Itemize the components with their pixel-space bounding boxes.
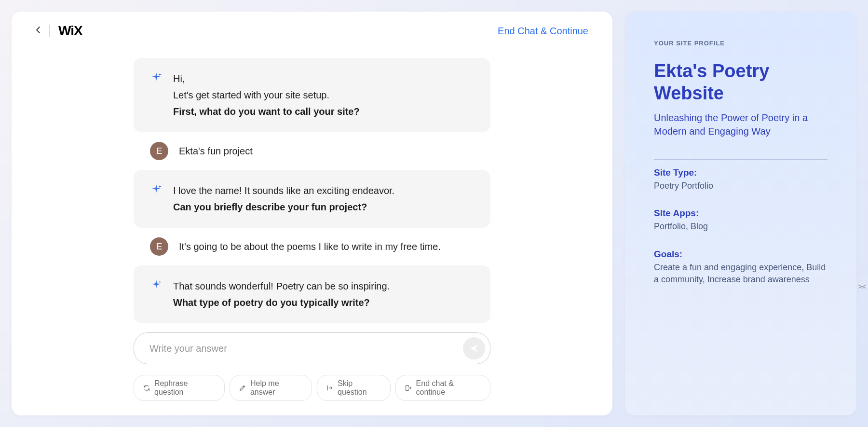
ai-message: Hi, Let's get started with your site set… — [134, 58, 490, 132]
profile-details-list: Site Type: Poetry Portfolio Site Apps: P… — [654, 159, 827, 293]
profile-item-value: Create a fun and engaging experience, Bu… — [654, 262, 827, 286]
send-button[interactable] — [463, 337, 485, 359]
rephrase-button[interactable]: Rephrase question — [134, 375, 225, 401]
input-section: Rephrase question Help me answer Skip qu… — [134, 332, 490, 415]
chevron-left-icon — [36, 26, 41, 34]
ai-line: Let's get started with your site setup. — [173, 87, 474, 103]
profile-title: Ekta's Poetry Website — [654, 60, 827, 104]
ai-line: That sounds wonderful! Poetry can be so … — [173, 278, 474, 294]
ai-message-text: I love the name! It sounds like an excit… — [173, 182, 474, 215]
send-icon — [469, 344, 479, 353]
profile-item-label: Goals: — [654, 249, 827, 260]
end-chat-button[interactable]: End chat & continue — [395, 375, 490, 401]
ai-line-bold: What type of poetry do you typically wri… — [173, 294, 474, 311]
ai-message-text: That sounds wonderful! Poetry can be so … — [173, 278, 474, 311]
ai-message: I love the name! It sounds like an excit… — [134, 170, 490, 228]
sparkle-icon — [150, 279, 163, 293]
user-avatar: E — [150, 142, 168, 160]
user-message: E Ekta's fun project — [134, 142, 490, 160]
user-message-text: It's going to be about the poems I like … — [179, 241, 441, 252]
ai-line-bold: First, what do you want to call your sit… — [173, 103, 474, 120]
back-button[interactable] — [36, 26, 41, 36]
ai-line-bold: Can you briefly describe your fun projec… — [173, 199, 474, 215]
ai-line: Hi, — [173, 70, 474, 87]
action-chips: Rephrase question Help me answer Skip qu… — [134, 375, 490, 401]
profile-item-label: Site Apps: — [654, 208, 827, 219]
profile-subtitle: Unleashing the Power of Poetry in a Mode… — [654, 111, 827, 138]
profile-item-value: Poetry Portfolio — [654, 180, 827, 192]
user-message: E It's going to be about the poems I lik… — [134, 237, 490, 256]
profile-item-label: Site Type: — [654, 167, 827, 178]
skip-icon — [326, 384, 334, 392]
chip-label: Rephrase question — [154, 379, 216, 397]
end-chat-link[interactable]: End Chat & Continue — [498, 26, 588, 37]
edit-icon — [239, 384, 246, 392]
profile-item-value: Portfolio, Blog — [654, 220, 827, 233]
profile-section-label: YOUR SITE PROFILE — [654, 40, 827, 47]
main-chat-panel: WiX End Chat & Continue Hi, Let's get st… — [12, 12, 612, 415]
profile-item-site-type: Site Type: Poetry Portfolio — [654, 159, 827, 200]
wix-logo: WiX — [58, 23, 82, 39]
top-bar-left: WiX — [36, 23, 82, 39]
help-answer-button[interactable]: Help me answer — [230, 375, 312, 401]
chat-area: Hi, Let's get started with your site set… — [12, 39, 612, 332]
chat-scroll: Hi, Let's get started with your site set… — [134, 58, 490, 323]
chip-label: Help me answer — [250, 379, 303, 397]
chip-label: End chat & continue — [416, 379, 481, 397]
ai-line: I love the name! It sounds like an excit… — [173, 182, 474, 199]
top-bar: WiX End Chat & Continue — [12, 12, 612, 39]
vertical-divider — [49, 25, 50, 37]
collapse-panel-handle[interactable]: >.< — [855, 280, 868, 293]
exit-icon — [405, 384, 412, 392]
profile-item-goals: Goals: Create a fun and engaging experie… — [654, 241, 827, 293]
site-profile-panel: YOUR SITE PROFILE Ekta's Poetry Website … — [625, 12, 856, 415]
ai-message-text: Hi, Let's get started with your site set… — [173, 70, 474, 120]
user-avatar: E — [150, 237, 168, 256]
answer-input[interactable] — [149, 343, 463, 354]
refresh-icon — [143, 384, 150, 392]
skip-button[interactable]: Skip question — [317, 375, 390, 401]
chip-label: Skip question — [338, 379, 381, 397]
sparkle-icon — [150, 71, 163, 86]
ai-message: That sounds wonderful! Poetry can be so … — [134, 265, 490, 323]
input-container — [134, 332, 490, 364]
profile-item-site-apps: Site Apps: Portfolio, Blog — [654, 200, 827, 240]
user-message-text: Ekta's fun project — [179, 146, 253, 157]
sparkle-icon — [150, 183, 163, 198]
